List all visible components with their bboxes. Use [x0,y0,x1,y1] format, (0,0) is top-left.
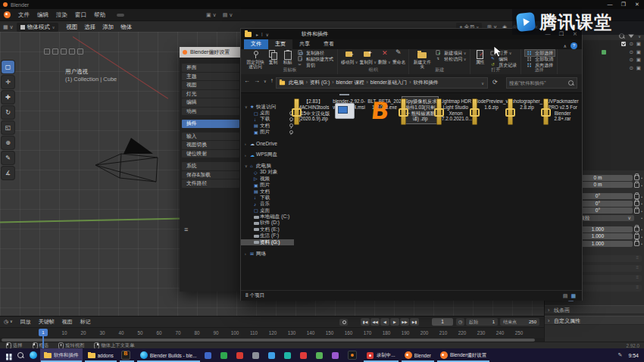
ribbon-copy-to-button[interactable]: 复制到 [358,50,377,68]
taskbar-item[interactable] [282,348,296,362]
taskbar-search-icon[interactable] [14,348,26,362]
hamburger-menu-icon[interactable] [184,226,188,233]
tool-select-box[interactable]: ▢ [2,61,14,73]
scene-selector-icon[interactable]: ▣ ∨ [206,12,217,18]
tool-measure[interactable]: ∡ [2,167,14,179]
workspace-tab[interactable] [147,14,155,17]
Lightmap HDR Light Studio Xenon v7.2.0.2021.0...[interactable]: Lightmap HDR Light Studio Xenon v7.2.0.2… [438,97,474,123]
workspace-tab[interactable] [124,14,132,17]
menu-item[interactable]: 渲染 [52,11,71,19]
edge-icon[interactable] [27,348,39,362]
lock-icon[interactable] [634,208,639,214]
clock[interactable]: 9:54 [628,353,639,358]
camera-toggle-icon[interactable] [636,41,641,47]
viewport-menu-item[interactable]: 物体 [120,23,132,31]
current-frame-field[interactable]: 1 [432,318,453,326]
preferences-sidebar-item[interactable]: 输入 [182,133,239,141]
preferences-sidebar-item[interactable]: 主题 [182,73,239,81]
animate-dot-icon[interactable] [641,215,642,220]
nav-item[interactable]: 图片 [241,130,294,136]
timeline-menu-item[interactable]: 视图 [62,318,73,326]
tool-annotate[interactable]: ✎ [2,151,14,164]
blender-app-menu-icon[interactable] [4,11,11,18]
nav-item[interactable]: › OneDrive [241,140,294,146]
minimize-button[interactable]: — [603,0,617,9]
help-icon[interactable]: ? [571,42,577,49]
search-input[interactable] [507,80,568,86]
workspace-tab[interactable] [132,14,139,17]
timeline-menu-item[interactable]: 标记 [80,318,91,326]
workspace-tab[interactable] [170,14,177,17]
camera-toggle-icon[interactable] [636,65,641,71]
lock-icon[interactable] [634,241,639,246]
nav-item[interactable]: › 网络 [241,251,294,257]
menu-item[interactable]: 文件 [14,11,33,19]
workspace-tab[interactable] [117,14,124,17]
BLT_BETA_2021. 1008.exe[interactable]: BLT_BETA_2021. 1008.exe [367,97,402,123]
tab-home[interactable]: 主页 [268,39,292,49]
timeline-menu-item[interactable]: 关键帧 [39,318,55,326]
section-line-art[interactable]: 线条画 [545,305,644,314]
breadcrumb-segment[interactable]: blender基础入门 [364,80,408,86]
lock-icon[interactable] [634,234,639,239]
taskbar-item[interactable]: 软件和插件 [40,348,83,362]
preferences-sidebar-item[interactable]: 系统 [182,162,239,170]
viewport-menu-item[interactable]: 选择 [84,23,95,31]
menu-item[interactable]: 帮助 [90,11,109,19]
taskbar-item[interactable] [314,348,328,362]
taskbar-item[interactable] [119,348,135,362]
tool-cursor[interactable]: ✛ [2,76,14,89]
details-view-icon[interactable]: ▤ [563,293,568,299]
tab-view[interactable]: 查看 [317,39,341,49]
frame-start-field[interactable]: 起始1 [466,318,498,326]
workspace-tab[interactable] [192,14,200,17]
tool-move[interactable]: ✚ [2,91,14,104]
NodePreview_v 1.6.zip[interactable]: NodePreview_v 1.6.zip [474,97,509,123]
thumbnails-view-icon[interactable]: ▦ [571,293,576,299]
lock-icon[interactable] [634,201,639,206]
section-custom-properties[interactable]: 自定义属性 [545,316,644,325]
viewport-menu-item[interactable]: 视图 [66,23,77,31]
taskbar-item[interactable] [218,348,233,362]
taskbar-item[interactable]: addons [84,348,117,362]
ribbon-paste-button[interactable]: 粘贴 [280,50,295,68]
menu-item[interactable]: 窗口 [71,11,90,19]
frame-end-field[interactable]: 结束点250 [500,318,539,326]
lock-icon[interactable] [634,194,639,199]
eye-icon[interactable] [629,57,633,63]
taskbar-item[interactable] [330,348,344,362]
workspace-tab[interactable] [177,14,185,17]
search-box[interactable] [506,77,577,89]
eye-icon[interactable] [629,65,633,71]
view-layer-selector-icon[interactable]: ▤ ∨ [223,12,233,18]
lock-icon[interactable] [634,175,639,180]
【2.83】 MACHIN3tools 3.15中文汉化版 (2020.6.9).zip[interactable]: 【2.83】 MACHIN3tools 3.15中文汉化版 (2020.6.9)… [295,97,331,123]
menu-item[interactable]: 编辑 [33,11,52,19]
animate-dot-icon[interactable] [641,194,642,199]
ribbon-pin-button[interactable]: 固定到快速访问 [245,50,266,68]
preferences-sidebar-item[interactable]: 动画 [182,108,239,116]
ribbon-move-to-button[interactable]: 移动到 [340,50,358,68]
tool-transform[interactable]: ⊕ [2,136,14,149]
photographer_ 2.8.zip[interactable]: photographer_ 2.8.zip [509,97,545,123]
editor-type-icon[interactable]: ▦ ∨ [3,24,14,30]
frame-clock-icon[interactable]: ◷ [456,318,464,326]
playback-button[interactable]: ◀ [380,318,389,326]
taskbar-item[interactable] [250,348,264,362]
breadcrumb-segment[interactable]: 软件和插件 [407,80,438,86]
camera-toggle-icon[interactable] [636,57,641,63]
checkbox-icon[interactable] [621,42,626,46]
playback-button[interactable]: ▮◀ [361,318,370,326]
animate-dot-icon[interactable] [641,175,642,180]
breadcrumb-segment[interactable]: blender 课程 [330,80,364,86]
UVPackmaster PRO v2.5 For Blender 2.8+.rar[interactable]: UVPackmaster PRO v2.5 For Blender 2.8+.r… [545,97,580,123]
workspace-tab[interactable] [162,14,170,17]
tool-scale[interactable]: ◱ [2,121,14,134]
preferences-sidebar-item[interactable]: 视图切换 [182,141,239,149]
close-button[interactable]: ✕ [630,0,644,9]
breadcrumb-segment[interactable]: 资料 (G:) [304,80,330,86]
lock-icon[interactable] [634,183,639,188]
timeline-editor-icon[interactable]: ◷ ∨ [4,319,13,325]
taskbar-item[interactable]: 录制中... [363,348,399,362]
ribbon-rename-button[interactable]: 重命名 [392,50,406,68]
